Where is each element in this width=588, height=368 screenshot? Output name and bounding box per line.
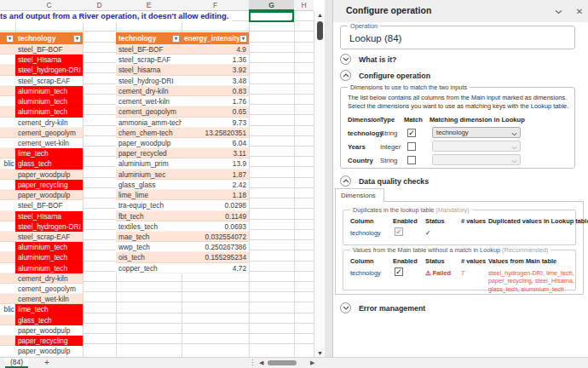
cell-b[interactable] xyxy=(0,232,15,242)
cell-technology[interactable]: aluminium_tech xyxy=(15,96,83,106)
cell-energy-intensity[interactable]: 0.250267386 xyxy=(182,242,249,252)
chevron-up-icon[interactable] xyxy=(340,175,351,187)
cell-energy-intensity[interactable]: 1.87 xyxy=(182,170,249,180)
cell-technology[interactable]: lime_lime xyxy=(116,190,182,200)
new-sheet-button[interactable]: + xyxy=(44,358,49,368)
cell-energy-intensity[interactable]: 13.25820351 xyxy=(182,128,249,138)
cell-b[interactable] xyxy=(0,86,15,96)
cell-technology[interactable]: steel_HIsarna xyxy=(15,211,83,221)
horizontal-scroll-thumb[interactable] xyxy=(268,360,297,365)
cell-technology[interactable]: paper_woodpulp xyxy=(116,138,182,148)
enabled-checkbox[interactable]: ✓ xyxy=(395,267,403,276)
cell-technology[interactable]: copper_tech xyxy=(116,263,182,273)
active-sheet-tab[interactable]: (84) xyxy=(5,358,28,368)
cell-technology[interactable]: aluminium_tech xyxy=(15,242,83,252)
cell-b[interactable] xyxy=(0,76,15,86)
cell-technology[interactable]: paper_woodpulp xyxy=(15,170,83,180)
scroll-right-icon[interactable]: ▶ xyxy=(310,358,314,368)
chevron-down-icon[interactable] xyxy=(340,302,351,313)
cell-technology[interactable]: steel_scrap-EAF xyxy=(15,76,83,86)
lookup-dimension-dropdown[interactable]: technology xyxy=(432,127,521,138)
cell-technology[interactable]: aluminium_tech xyxy=(15,106,83,117)
cell-b[interactable] xyxy=(0,294,15,304)
cell-b[interactable] xyxy=(0,96,15,106)
cell-energy-intensity[interactable]: 3.92 xyxy=(182,65,249,75)
cell-technology[interactable]: aluminium_tech xyxy=(15,263,83,273)
cell-b[interactable] xyxy=(0,118,15,128)
cell-technology[interactable]: cement_dry-kiln xyxy=(15,118,83,128)
cell-technology[interactable]: glass_tech xyxy=(15,158,83,169)
column-letter-C[interactable]: C xyxy=(15,0,83,11)
pane-collapse-icon[interactable] xyxy=(553,7,563,17)
column-letter-D[interactable]: D xyxy=(83,0,116,11)
fill-handle-icon[interactable] xyxy=(291,20,294,22)
cell-technology[interactable]: cement_geopolym xyxy=(15,128,83,138)
cell-energy-intensity[interactable]: 1.18 xyxy=(182,190,249,200)
cell-technology[interactable]: steel_hydrog-DRI xyxy=(116,76,182,86)
cell-technology[interactable]: steel_scrap-EAF xyxy=(116,55,182,65)
cell-technology[interactable]: cement_dry-kiln xyxy=(15,273,83,284)
cell-energy-intensity[interactable]: 0.0693 xyxy=(182,221,249,232)
cell-technology[interactable]: cement_wet-kiln xyxy=(15,294,83,304)
lookup-dimension-dropdown[interactable] xyxy=(432,154,521,165)
tab-dimensions[interactable]: Dimensions xyxy=(335,188,384,202)
chevron-down-icon[interactable] xyxy=(340,54,351,65)
cell-technology[interactable]: paper_woodpulp xyxy=(15,346,83,356)
cell-technology[interactable]: cement_dry-kiln xyxy=(116,86,182,96)
cell-b[interactable] xyxy=(0,148,15,158)
filter-dropdown-icon[interactable]: ▾ xyxy=(6,35,14,43)
cell-energy-intensity[interactable]: 1.76 xyxy=(182,96,249,106)
cell-technology[interactable]: steel_hisarna xyxy=(116,65,182,75)
cell-energy-intensity[interactable]: 13.9 xyxy=(182,158,249,169)
cell-b[interactable] xyxy=(0,315,15,325)
splitter-dots-icon[interactable]: ⋮ xyxy=(249,358,256,368)
cell-energy-intensity[interactable]: 0.032554072 xyxy=(182,232,249,242)
cell-technology[interactable]: fbt_tech xyxy=(116,211,182,221)
cell-technology[interactable]: aluminium_tech xyxy=(15,252,83,262)
column-letter-G[interactable]: G xyxy=(249,0,294,11)
filter-dropdown-icon[interactable]: ▾ xyxy=(73,35,81,43)
cell-b[interactable] xyxy=(0,325,15,336)
cell-b[interactable] xyxy=(0,221,15,232)
cell-energy-intensity[interactable]: 0.65 xyxy=(182,106,249,117)
cell-technology[interactable]: cement_geopolym xyxy=(116,106,182,117)
cell-technology[interactable]: steel_BF-BOF xyxy=(15,200,83,210)
cell-technology[interactable]: aluminium_prim xyxy=(116,158,182,169)
scroll-left-icon[interactable]: ◀ xyxy=(259,358,263,368)
scroll-down-icon[interactable]: ▼ xyxy=(314,350,325,356)
cell-technology[interactable]: lime_tech xyxy=(15,148,83,158)
table-header-technology[interactable]: technology▾ xyxy=(15,32,83,44)
cell-b[interactable]: blic xyxy=(0,304,15,314)
cell-technology[interactable]: steel_hydrogen-DRI xyxy=(15,65,83,75)
cell-b[interactable]: blic xyxy=(0,158,15,169)
cell-energy-intensity[interactable]: 0.0298 xyxy=(182,200,249,210)
cell-technology[interactable]: paper_recycling xyxy=(15,180,83,190)
cell-b[interactable] xyxy=(0,138,15,148)
cell-technology[interactable]: steel_scrap-EAF xyxy=(15,232,83,242)
filter-dropdown-icon[interactable]: ▾ xyxy=(172,35,180,43)
cell-b[interactable] xyxy=(0,273,15,284)
chevron-up-icon[interactable] xyxy=(340,70,351,81)
cell-technology[interactable]: glass_tech xyxy=(15,315,83,325)
column-letter-E[interactable]: E xyxy=(116,0,182,11)
table-header-b[interactable]: ▾ xyxy=(0,32,15,44)
cell-technology[interactable]: lime_tech xyxy=(15,304,83,314)
cell-technology[interactable]: cement_geopolym xyxy=(15,284,83,294)
cell-technology[interactable]: steel_BF-BOF xyxy=(116,44,182,55)
pane-close-icon[interactable]: ✕ xyxy=(574,7,585,17)
match-checkbox[interactable] xyxy=(407,142,416,151)
cell-b[interactable] xyxy=(0,284,15,294)
cell-technology[interactable]: paper_recycled xyxy=(116,148,182,158)
vertical-scrollbar[interactable]: ▲ ▼ xyxy=(314,11,325,357)
cell-technology[interactable]: ois_tech xyxy=(116,252,182,262)
cell-b[interactable] xyxy=(0,242,15,252)
cell-technology[interactable]: steel_HIsarna xyxy=(15,55,83,65)
cell-technology[interactable]: ammonia_amm-tech xyxy=(116,118,182,128)
cell-technology[interactable]: wwp_tech xyxy=(116,242,182,252)
cell-technology[interactable]: steel_BF-BOF xyxy=(15,44,83,55)
cell-energy-intensity[interactable]: 0.155295234 xyxy=(182,252,249,262)
cell-energy-intensity[interactable]: 4.72 xyxy=(182,263,249,273)
cell-energy-intensity[interactable]: 0.1149 xyxy=(182,211,249,221)
cell-energy-intensity[interactable]: 1.36 xyxy=(182,55,249,65)
cell-b[interactable] xyxy=(0,346,15,356)
